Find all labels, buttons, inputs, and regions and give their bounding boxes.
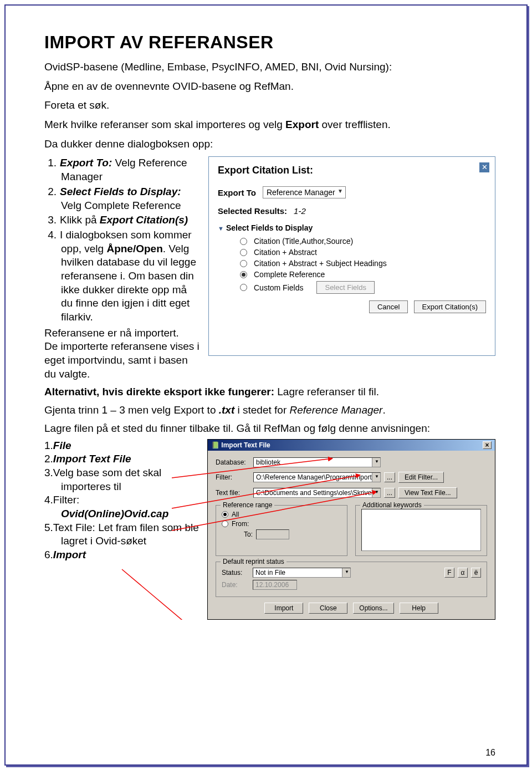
edit-filter-button[interactable]: Edit Filter... <box>398 472 444 483</box>
options-button[interactable]: Options... <box>353 603 393 614</box>
radio-complete-reference[interactable]: Complete Reference <box>240 270 486 279</box>
step2-6: 6.Import <box>44 548 200 562</box>
help-button[interactable]: Help <box>400 603 438 614</box>
filter-browse-button[interactable]: ... <box>384 472 395 482</box>
range-all-radio[interactable]: All <box>222 511 341 518</box>
range-to-input <box>256 529 289 539</box>
filter-label: Filter: <box>216 473 250 481</box>
after-import-2: De importerte referansene vises i eget i… <box>44 340 200 381</box>
import-text-file-dialog: 📗 Import Text File × Database: bibliotek… <box>207 439 495 620</box>
step2-5: 5.Text File: Let fram filen som ble lagr… <box>44 521 200 548</box>
format-e-button[interactable]: ë <box>471 568 481 578</box>
radio-citation-abstract[interactable]: Citation + Abstract <box>240 248 486 257</box>
step-3: 3.Klikk på Export Citation(s) <box>44 213 200 227</box>
view-textfile-button[interactable]: View Text File... <box>398 487 457 498</box>
filter-select[interactable]: O:\Reference Manager\Program\Import\ <box>253 472 381 482</box>
selected-results-value: 1-2 <box>294 206 306 216</box>
radio-icon <box>222 511 228 518</box>
default-reprint-status-group: Default reprint status Status: Not in Fi… <box>216 562 487 597</box>
additional-keywords-input[interactable] <box>361 509 481 551</box>
close-icon[interactable]: × <box>483 441 492 449</box>
radio-icon <box>222 521 228 527</box>
step2-2: 2.Import Text File <box>44 452 200 466</box>
step2-1: 1.File <box>44 439 200 453</box>
export-to-select[interactable]: Reference Manager <box>263 186 346 198</box>
status-select[interactable]: Not in File <box>253 568 351 578</box>
range-from-radio[interactable]: From: <box>222 520 341 528</box>
radio-icon <box>240 271 247 278</box>
radio-citation[interactable]: Citation (Title,Author,Source) <box>240 237 486 246</box>
step-1: 1.Export To: Velg Reference Manager <box>44 156 200 183</box>
radio-icon <box>240 260 247 267</box>
format-f-button[interactable]: F <box>444 568 454 578</box>
reference-range-group: Reference range All From: To: <box>216 505 347 556</box>
radio-citation-abstract-sh[interactable]: Citation + Abstract + Subject Headings <box>240 259 486 268</box>
step2-3: 3.Velg base som det skal importeres til <box>44 466 200 493</box>
radio-custom-fields[interactable]: Custom Fields Select Fields <box>240 281 486 294</box>
range-to-label: To: <box>244 531 253 538</box>
format-alpha-button[interactable]: α <box>458 568 468 578</box>
textfile-label: Text file: <box>216 489 250 497</box>
textfile-browse-button[interactable]: ... <box>384 488 395 498</box>
win-dialog-title: 📗 Import Text File <box>211 441 270 449</box>
import-button[interactable]: Import <box>264 603 303 614</box>
intro-search: Foreta et søk. <box>44 99 495 113</box>
cancel-button[interactable]: Cancel <box>369 300 408 313</box>
intro-databases: OvidSP-basene (Medline, Embase, PsycINFO… <box>44 60 495 74</box>
textfile-select[interactable]: C:\Documents and Settings\oles\Skriveb <box>253 488 381 498</box>
database-select[interactable]: bibliotek <box>253 457 381 467</box>
step2-4: 4.Filter:Ovid(Online)Ovid.cap <box>44 493 200 521</box>
export-citations-button[interactable]: Export Citation(s) <box>414 300 486 313</box>
after-import-1: Referansene er nå importert. <box>44 327 200 340</box>
close-button[interactable]: Close <box>309 603 347 614</box>
intro-dialog-appears: Da dukker denne dialogboksen opp: <box>44 137 495 151</box>
page-number: 16 <box>485 748 495 758</box>
page-heading: IMPORT AV REFERANSER <box>44 32 495 53</box>
ovid-dialog-title: Export Citation List: <box>218 165 486 176</box>
selected-results-label: Selected Results: <box>218 206 287 216</box>
select-fields-heading[interactable]: ▼Select Fields to Display <box>218 223 486 232</box>
intro-open: Åpne en av de ovennevnte OVID-basene og … <box>44 80 495 94</box>
alternative-line2: Gjenta trinn 1 – 3 men velg Export to .t… <box>44 404 495 417</box>
additional-keywords-group: Additional keywords <box>355 505 487 556</box>
database-label: Database: <box>216 458 250 466</box>
radio-icon <box>240 284 247 291</box>
intro-mark-export: Merk hvilke referanser som skal importer… <box>44 118 495 132</box>
status-label: Status: <box>222 569 249 577</box>
step-2: 2.Select Fields to Display: Velg Complet… <box>44 185 200 212</box>
ovid-export-dialog: ✕ Export Citation List: Export To Refere… <box>208 156 495 356</box>
radio-icon <box>240 238 247 245</box>
alternative-line3: Lagre filen på et sted du finner tilbake… <box>44 422 495 436</box>
step-4: 4.I dialogboksen som kommer opp, velg Åp… <box>44 228 200 324</box>
date-input: 12.10.2006 <box>253 580 297 590</box>
close-icon[interactable]: ✕ <box>479 162 489 172</box>
date-label: Date: <box>222 581 249 589</box>
alternative-heading: Alternativt, hvis direkte eksport ikke f… <box>44 385 495 399</box>
export-to-label: Export To <box>218 188 256 197</box>
select-fields-button: Select Fields <box>316 281 374 294</box>
radio-icon <box>240 249 247 256</box>
